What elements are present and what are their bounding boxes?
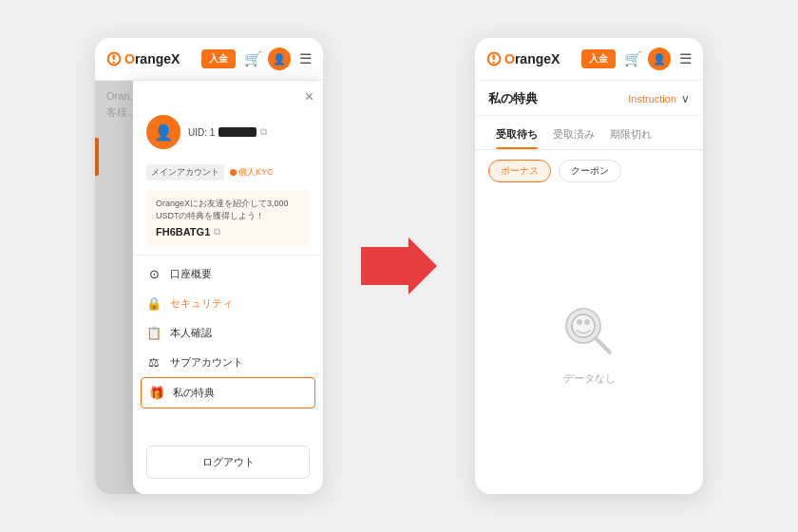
kyc-badge: 個人KYC xyxy=(230,166,274,179)
right-logo-text: OrangeX xyxy=(504,51,560,66)
svg-point-11 xyxy=(584,319,590,325)
right-cart-icon[interactable]: 🛒 xyxy=(624,50,642,67)
close-button[interactable]: × xyxy=(305,88,314,105)
menu-label-account: 口座概要 xyxy=(170,267,212,281)
menu-label-benefits: 私の特典 xyxy=(173,386,215,400)
dropdown-panel: × 👤 UID: 1 ⧉ メインアカウント xyxy=(133,81,323,494)
arrow-right-icon xyxy=(361,238,437,294)
instruction-link[interactable]: Instruction xyxy=(628,93,676,104)
account-icon: ⊙ xyxy=(146,267,162,281)
menu-label-security: セキュリティ xyxy=(170,296,233,311)
avatar-icon[interactable]: 👤 xyxy=(268,48,291,70)
menu-label-kyc: 本人確認 xyxy=(170,326,212,340)
svg-point-10 xyxy=(577,319,582,325)
uid-value-blur xyxy=(218,127,256,137)
svg-line-9 xyxy=(596,338,610,352)
menu-item-benefits[interactable]: 🎁 私の特典 xyxy=(141,377,315,408)
lock-icon: 🔒 xyxy=(146,296,162,311)
referral-box: OrangeXにお友達を紹介して3,000 USDTの特典を獲得しよう！ FH6… xyxy=(146,190,310,245)
copy-referral-icon[interactable]: ⧉ xyxy=(214,226,220,238)
svg-rect-5 xyxy=(492,54,494,60)
menu-item-kyc[interactable]: 📋 本人確認 xyxy=(133,318,323,348)
tab-bar: 受取待ち 受取済み 期限切れ xyxy=(475,116,703,150)
right-phone: OrangeX 入金 🛒 👤 ☰ 私の特典 Instruction ∨ 受取待ち… xyxy=(475,38,703,494)
uid-label: UID: 1 xyxy=(188,127,215,138)
profile-avatar: 👤 xyxy=(146,115,180,149)
balance-icon: ⚖ xyxy=(146,355,162,370)
right-header: OrangeX 入金 🛒 👤 ☰ xyxy=(475,38,703,81)
deposit-button[interactable]: 入金 xyxy=(201,49,236,68)
cart-icon[interactable]: 🛒 xyxy=(244,50,262,67)
left-phone: OrangeX 入金 🛒 👤 ☰ Oran... 客様... × 👤 xyxy=(95,38,323,494)
svg-marker-3 xyxy=(361,238,437,294)
filter-coupon[interactable]: クーポン xyxy=(559,160,621,182)
right-menu-icon[interactable]: ☰ xyxy=(679,50,692,67)
left-header: OrangeX 入金 🛒 👤 ☰ xyxy=(95,38,323,81)
dropdown-overlay: × 👤 UID: 1 ⧉ メインアカウント xyxy=(95,81,323,494)
menu-label-subaccount: サブアカウント xyxy=(170,355,243,370)
menu-item-security[interactable]: 🔒 セキュリティ xyxy=(133,289,323,318)
right-logo: OrangeX xyxy=(486,51,576,66)
svg-rect-6 xyxy=(492,61,494,63)
arrow-wrapper xyxy=(361,238,437,294)
logo-text: OrangeX xyxy=(124,51,180,66)
referral-text: OrangeXにお友達を紹介して3,000 USDTの特典を獲得しよう！ xyxy=(156,198,300,221)
menu-divider-1 xyxy=(133,255,323,256)
dropdown-header: × xyxy=(133,81,323,109)
kyc-dot xyxy=(230,169,237,176)
tab-expired[interactable]: 期限切れ xyxy=(602,124,659,149)
filter-bar: ボーナス クーポン xyxy=(475,150,703,192)
app-background: Oran... 客様... × 👤 UID: 1 ⧉ xyxy=(95,81,323,494)
no-data-icon xyxy=(559,301,619,362)
right-avatar-icon[interactable]: 👤 xyxy=(648,48,671,70)
empty-state: データなし xyxy=(475,192,703,494)
logout-button[interactable]: ログアウト xyxy=(146,446,310,479)
chevron-down-icon[interactable]: ∨ xyxy=(681,92,690,105)
copy-uid-icon[interactable]: ⧉ xyxy=(260,126,267,138)
profile-section: 👤 UID: 1 ⧉ xyxy=(133,109,323,159)
svg-rect-2 xyxy=(112,61,114,63)
id-icon: 📋 xyxy=(146,326,162,340)
filter-bonus[interactable]: ボーナス xyxy=(488,160,551,182)
kyc-row: メインアカウント 個人KYC xyxy=(133,164,323,180)
referral-code-row: FH6BATG1 ⧉ xyxy=(156,226,300,238)
menu-item-subaccount[interactable]: ⚖ サブアカウント xyxy=(133,348,323,377)
svg-rect-1 xyxy=(112,54,114,60)
gift-icon: 🎁 xyxy=(149,386,164,400)
section-title-bar: 私の特典 Instruction ∨ xyxy=(475,81,703,116)
profile-info: UID: 1 ⧉ xyxy=(188,126,310,138)
main-account-label: メインアカウント xyxy=(146,164,224,180)
uid-row: UID: 1 ⧉ xyxy=(188,126,310,138)
tab-pending[interactable]: 受取待ち xyxy=(488,124,545,149)
menu-item-account[interactable]: ⊙ 口座概要 xyxy=(133,259,323,289)
referral-code: FH6BATG1 xyxy=(156,226,210,238)
page-title: 私の特典 xyxy=(488,90,538,107)
tab-received[interactable]: 受取済み xyxy=(545,124,602,149)
logo: OrangeX xyxy=(106,51,196,66)
instruction-row: Instruction ∨ xyxy=(628,92,690,105)
no-data-label: データなし xyxy=(563,371,616,386)
right-deposit-button[interactable]: 入金 xyxy=(581,49,616,68)
menu-icon[interactable]: ☰ xyxy=(299,50,312,67)
